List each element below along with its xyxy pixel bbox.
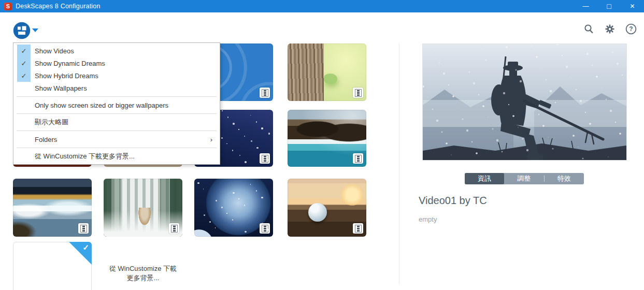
download-more-line1: 從 WinCustomize 下載 [104, 264, 182, 273]
tab-info[interactable]: 資訊 [465, 173, 504, 184]
app-logo-icon: S [4, 3, 12, 10]
film-icon [353, 223, 363, 234]
deskscapes-window: S DeskScapes 8 Configuration — □ ✕ [0, 0, 644, 290]
thumbnail-crystal-ball-sunset[interactable] [288, 179, 366, 237]
thumbnail-selected-blank[interactable]: ✓ [13, 242, 92, 290]
gear-icon[interactable] [604, 23, 616, 35]
thumbnail-snow-forest-tiger[interactable] [104, 179, 182, 237]
tab-effects[interactable]: 特效 [545, 173, 584, 184]
menu-item-folders[interactable]: Folders › [13, 133, 220, 146]
preview-tabbar: 資訊 調整 特效 [465, 173, 584, 184]
filter-grid-icon [13, 22, 31, 39]
film-icon [353, 88, 363, 98]
menu-item-show-overview[interactable]: 顯示大略圖 [13, 116, 220, 128]
minimize-button[interactable]: — [574, 0, 597, 12]
chevron-down-icon [32, 28, 38, 32]
menu-separator [17, 130, 217, 131]
thumbnail-tree-bark-leaf[interactable] [288, 44, 366, 101]
menu-item-show-dynamic-dreams[interactable]: ✓ Show Dynamic Dreams [13, 57, 220, 69]
menu-item-only-screen-sized[interactable]: Only show screen sized or bigger wallpap… [13, 99, 220, 111]
check-icon: ✓ [17, 69, 31, 82]
svg-text:?: ? [629, 25, 633, 33]
maximize-button[interactable]: □ [597, 0, 621, 12]
window-title: DeskScapes 8 Configuration [16, 3, 574, 10]
download-more-link[interactable]: 從 WinCustomize 下載 更多背景... [104, 264, 182, 283]
submenu-arrow-icon: › [210, 136, 212, 143]
download-more-line2: 更多背景... [104, 273, 182, 283]
film-icon [169, 223, 179, 234]
thumbnail-blue-planet[interactable] [194, 179, 273, 237]
filter-menu: ✓ Show Videos ✓ Show Dynamic Dreams ✓ Sh… [13, 42, 220, 165]
preview-image-sniper [422, 44, 627, 161]
panel-divider [399, 44, 399, 285]
menu-separator [17, 96, 217, 97]
menu-item-show-wallpapers[interactable]: Show Wallpapers [13, 82, 220, 94]
film-icon [353, 153, 363, 164]
help-icon[interactable]: ? [625, 23, 637, 35]
menu-separator [17, 113, 217, 114]
menu-item-download-wincustomize[interactable]: 從 WinCustomize 下載更多背景... [13, 150, 220, 163]
menu-item-show-videos[interactable]: ✓ Show Videos [13, 45, 220, 57]
menu-item-show-hybrid-dreams[interactable]: ✓ Show Hybrid Dreams [13, 69, 220, 82]
check-icon: ✓ [17, 57, 31, 69]
close-button[interactable]: ✕ [621, 0, 644, 12]
selected-item-title: Video01 by TC [419, 195, 487, 207]
menu-separator [17, 148, 217, 148]
check-icon: ✓ [17, 45, 31, 57]
thumbnail-storm-ocean[interactable] [13, 179, 92, 237]
titlebar: S DeskScapes 8 Configuration — □ ✕ [0, 0, 644, 12]
tab-adjust[interactable]: 調整 [504, 173, 543, 184]
selected-item-description: empty [419, 215, 437, 223]
film-icon [78, 223, 89, 234]
film-icon [260, 223, 270, 234]
filter-dropdown-button[interactable] [13, 22, 38, 39]
thumbnail-sea-rocks-surf[interactable] [288, 110, 366, 167]
film-icon [260, 153, 270, 164]
selected-check-icon: ✓ [82, 243, 89, 252]
search-icon[interactable] [583, 23, 594, 35]
film-icon [260, 88, 270, 98]
